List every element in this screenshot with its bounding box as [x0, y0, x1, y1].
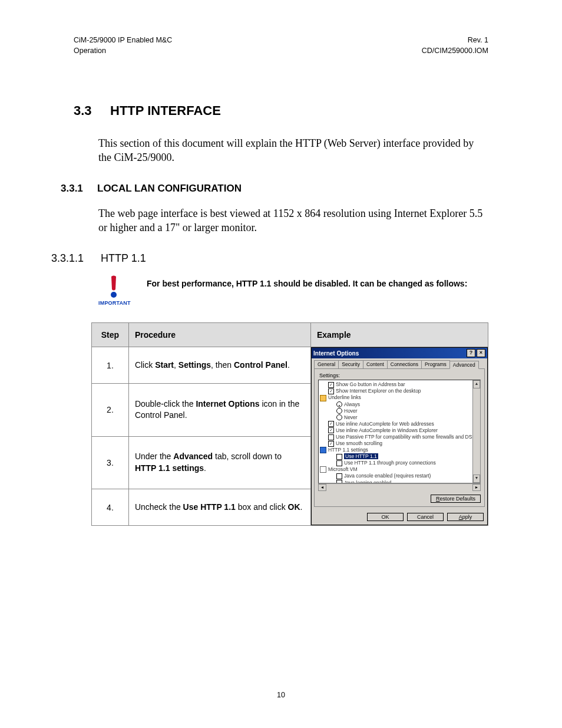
radio-icon[interactable] [336, 414, 342, 420]
checkbox-icon[interactable] [336, 460, 342, 466]
table-row: 1. Click Start, Settings, then Control P… [92, 347, 488, 384]
step-2-proc: Double-click the Internet Options icon i… [128, 384, 310, 436]
settings-tree[interactable]: Show Go button in Address bar Show Inter… [318, 380, 481, 483]
subsub-3-3-1-1-title: 3.3.1.1 HTTP 1.1 [74, 252, 488, 265]
checkbox-icon[interactable] [328, 441, 334, 447]
text: Uncheck the [135, 502, 183, 512]
tab-content[interactable]: Content [363, 360, 388, 368]
checkbox-icon[interactable] [328, 382, 334, 388]
scroll-right-icon[interactable]: ► [472, 484, 481, 491]
subsection-3-3-1-title: 3.3.1 LOCAL LAN CONFIGURATION [74, 183, 488, 195]
tree-item: Use smooth scrolling [336, 440, 382, 446]
important-text: For best performance, HTTP 1.1 should be… [147, 275, 467, 289]
tab-advanced[interactable]: Advanced [449, 361, 479, 369]
help-button[interactable]: ? [467, 349, 475, 357]
bold-text: Advanced [173, 452, 213, 461]
header-right-1: Rev. 1 [422, 35, 488, 46]
dialog-title: Internet Options [313, 350, 359, 357]
checkbox-icon[interactable] [336, 454, 342, 460]
scroll-down-icon[interactable]: ▼ [473, 475, 480, 483]
bold-text: HTTP 1.1 settings [135, 463, 204, 473]
text: . [204, 463, 206, 473]
horizontal-scrollbar[interactable]: ◄► [318, 483, 481, 491]
apply-button[interactable]: Apply [447, 513, 484, 521]
table-header-row: Step Procedure Example [92, 323, 488, 347]
section-3-3-title: 3.3 HTTP INTERFACE [74, 103, 488, 118]
radio-icon[interactable] [336, 401, 342, 407]
text: , then [211, 360, 234, 370]
scroll-left-icon[interactable]: ◄ [318, 484, 326, 491]
tree-item: Java console enabled (requires restart) [344, 473, 431, 479]
step-2-num: 2. [92, 384, 129, 436]
btn-label: estore Defaults [439, 496, 475, 502]
page-header: CiM-25/9000 IP Enabled M&C Operation Rev… [74, 35, 488, 56]
section-title-text: HTTP INTERFACE [110, 103, 221, 118]
bold-text: Settings [178, 360, 211, 370]
header-right-2: CD/CIM259000.IOM [422, 46, 488, 57]
subsection-body: The web page interface is best viewed at… [98, 206, 488, 235]
tree-item: Show Go button in Address bar [336, 381, 405, 387]
section-intro: This section of this document will expla… [98, 136, 488, 165]
bold-text: Internet Options [196, 399, 259, 409]
col-procedure: Procedure [128, 323, 310, 347]
subsub-number: 3.3.1.1 [51, 252, 101, 265]
checkbox-icon[interactable] [328, 388, 334, 394]
close-button[interactable]: × [477, 349, 485, 357]
tree-group: Microsoft VM [328, 466, 358, 472]
tree-item: Use HTTP 1.1 through proxy connections [344, 460, 436, 466]
step-1-num: 1. [92, 347, 129, 384]
tree-group: HTTP 1.1 settings [328, 447, 368, 453]
checkbox-icon[interactable] [336, 473, 342, 479]
tree-item: Use Passive FTP for compatibility with s… [336, 434, 475, 440]
step-4-num: 4. [92, 489, 129, 526]
internet-options-dialog: Internet Options ? × General Security Co… [311, 347, 488, 525]
ok-button[interactable]: OK [367, 513, 404, 521]
section-number: 3.3 [74, 103, 110, 118]
restore-defaults-button[interactable]: Restore Defaults [431, 495, 481, 503]
scroll-up-icon[interactable]: ▲ [473, 380, 480, 388]
step-3-proc: Under the Advanced tab, scroll down to H… [128, 436, 310, 489]
settings-label: Settings: [319, 373, 481, 378]
text: Double-click the [135, 399, 196, 409]
step-4-proc: Uncheck the Use HTTP 1.1 box and click O… [128, 489, 310, 526]
checkbox-icon[interactable] [328, 434, 334, 440]
bold-text: OK [288, 502, 300, 512]
step-3-num: 3. [92, 436, 129, 489]
procedure-table: Step Procedure Example 1. Click Start, S… [91, 322, 488, 526]
group-icon [320, 395, 326, 401]
checkbox-icon[interactable] [328, 427, 334, 433]
text: Click [135, 360, 155, 370]
text: , [174, 360, 178, 370]
tree-group: Underline links [328, 394, 361, 400]
tab-general[interactable]: General [314, 360, 339, 368]
tree-item: Show Internet Explorer on the desktop [336, 388, 421, 394]
subsection-number: 3.3.1 [61, 183, 97, 195]
bold-text: Control Panel [234, 360, 287, 370]
text: . [287, 360, 290, 370]
tree-item: Hover [344, 408, 358, 414]
vertical-scrollbar[interactable]: ▲▼ [472, 380, 480, 483]
group-icon [320, 466, 326, 473]
subsection-title-text: LOCAL LAN CONFIGURATION [97, 183, 242, 195]
col-example: Example [311, 323, 488, 347]
header-left-1: CiM-25/9000 IP Enabled M&C [74, 35, 172, 46]
checkbox-icon[interactable] [336, 480, 342, 483]
tab-security[interactable]: Security [338, 360, 363, 368]
text: tab, scroll down to [213, 452, 282, 461]
dialog-titlebar: Internet Options ? × [312, 348, 487, 358]
step-1-proc: Click Start, Settings, then Control Pane… [128, 347, 310, 384]
group-icon [320, 447, 326, 453]
important-label: IMPORTANT [98, 300, 129, 306]
tab-programs[interactable]: Programs [421, 360, 450, 368]
tree-item: Use inline AutoComplete for Web addresse… [336, 421, 434, 427]
tree-item: Always [344, 401, 360, 407]
checkbox-icon[interactable] [328, 421, 334, 427]
text: box and click [236, 502, 288, 512]
bold-text: Use HTTP 1.1 [183, 502, 236, 512]
radio-icon[interactable] [336, 408, 342, 414]
cancel-button[interactable]: Cancel [407, 513, 444, 521]
tab-connections[interactable]: Connections [387, 360, 422, 368]
dialog-tabs: General Security Content Connections Pro… [312, 358, 487, 368]
tree-item: Use inline AutoComplete in Windows Explo… [336, 427, 438, 433]
important-icon [98, 275, 129, 299]
